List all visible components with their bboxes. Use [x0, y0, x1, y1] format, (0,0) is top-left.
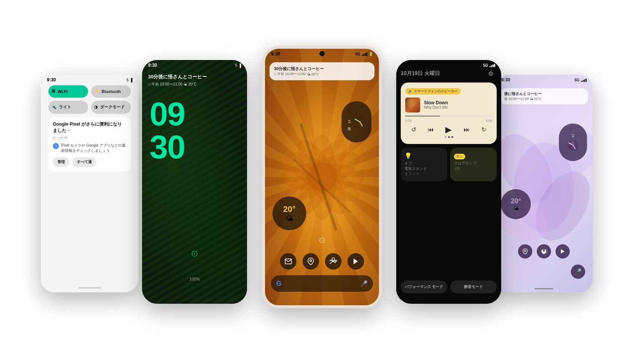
bar2: [363, 54, 364, 56]
right1-mic-btn[interactable]: 🎤: [571, 264, 585, 279]
bar4: [366, 52, 367, 56]
phone-left1: 9:30 5 ▐ ⌘ Wi-Fi › ⚡ Bluetooth 🔦: [41, 75, 138, 292]
dock-youtube[interactable]: [347, 253, 364, 270]
svg-point-15: [524, 250, 526, 252]
fingerprint-icon[interactable]: ⊙: [191, 248, 198, 259]
right1-youtube-icon: [560, 248, 566, 254]
center-search-bar[interactable]: G 🎤: [271, 275, 373, 292]
light2-status-badge: オン: [454, 154, 465, 159]
right1-notif-title: 後に悟さんとコーヒー: [504, 91, 584, 96]
phone-right2: 5G 10月19日 火曜日 ⚙ 🔊 スマートフォンのスピーカー: [396, 60, 501, 304]
rbar3: [493, 64, 494, 67]
darkmode-label: ダークモード: [100, 104, 125, 110]
light1-status: オフ: [404, 161, 443, 166]
home-indicator: [78, 287, 101, 288]
status-bar-right2: 5G: [396, 60, 501, 70]
play-btn[interactable]: ▶: [445, 125, 452, 135]
status-bar-right1: 9:30 5G: [495, 75, 593, 85]
dock-fan[interactable]: [325, 253, 341, 270]
speaker-label: スマートフォンのスピーカー: [414, 89, 458, 94]
floral-svg: [495, 75, 593, 292]
light-toggle[interactable]: 🔦 ライト: [48, 100, 88, 114]
artist-name: Why Don't We: [424, 105, 448, 110]
smart-home-row: 💡 オフ 電気スタンド オフィス オン フロアランプ 1階: [401, 148, 497, 181]
right1-fan-icon: [541, 248, 547, 254]
right1-fan[interactable]: [537, 244, 551, 258]
notif-desc: Pixel カメラや Google アプリなどの最新情報をチェックしましょう: [61, 143, 126, 153]
dot3: [451, 136, 453, 138]
all-btn[interactable]: すべて通: [72, 157, 96, 167]
signal-left2: 5 ▐: [235, 63, 241, 68]
right1-signal-area: 5G: [575, 78, 587, 82]
notification-block: Google Pixel がさらに便利になりました・ たった今 G Pixel …: [48, 117, 131, 171]
right1-youtube[interactable]: [556, 244, 570, 258]
right1-home-indicator: [535, 288, 553, 289]
right1-clock: 19 日火: [559, 123, 587, 161]
clock-digits: 0930: [150, 98, 185, 164]
r1bar4: [586, 78, 587, 82]
bar3: [365, 53, 366, 56]
maps-icon: [307, 258, 315, 265]
r1bar2: [583, 80, 584, 82]
speaker-icon: 🔊: [408, 89, 412, 93]
right1-notif: 後に悟さんとコーヒー 前 10:00〜11:00 🌤 20°C: [500, 88, 588, 104]
dot2: [448, 136, 450, 138]
youtube-icon: [352, 258, 359, 265]
center-notif-weather: 🌤 20°C: [307, 72, 319, 76]
lock-notif-title: 30分後に悟さんとコーヒー: [148, 74, 241, 80]
lock-notif: 30分後に悟さんとコーヒー □ 午前 10:00〜11:00 🌤 20°C: [148, 74, 241, 87]
center-weather-icon: 🌤: [286, 214, 293, 223]
music-text: Slow Down Why Don't We: [424, 100, 448, 110]
progress-fill: [405, 116, 440, 117]
silent-btn[interactable]: 静音モード: [450, 280, 497, 293]
center-notif-title: 30分後に悟さんとコーヒー: [274, 66, 370, 72]
right1-maps[interactable]: [518, 244, 532, 258]
wifi-icon: ⌘: [51, 89, 55, 94]
center-notif-sub: □ 午前 10:00〜11:00 🌤 20°C: [274, 72, 370, 76]
light-label: ライト: [59, 104, 71, 110]
dock-maps[interactable]: [303, 253, 319, 270]
pixel-icon: G: [53, 143, 59, 149]
album-art: [405, 98, 420, 112]
center-fingerprint[interactable]: ⊙: [319, 236, 325, 245]
prev-btn[interactable]: ⏮: [428, 126, 434, 133]
light2-name: フロアランプ: [454, 161, 493, 166]
light2-card[interactable]: オン フロアランプ 1階: [450, 148, 497, 181]
manage-btn[interactable]: 管理: [53, 157, 69, 167]
next-btn[interactable]: ⏭: [464, 126, 470, 133]
light1-card[interactable]: 💡 オフ 電気スタンド オフィス: [401, 148, 447, 181]
song-title: Slow Down: [424, 100, 448, 105]
wifi-toggle[interactable]: ⌘ Wi-Fi ›: [48, 85, 88, 98]
big-clock: 0930: [150, 98, 185, 164]
qs-row-1: ⌘ Wi-Fi › ⚡ Bluetooth: [48, 85, 131, 98]
status-bar-left2: 9:30 5 ▐: [142, 60, 247, 70]
bluetooth-toggle[interactable]: ⚡ Bluetooth: [91, 85, 131, 98]
bottom-buttons: パフォーマンス モード 静音モード: [401, 280, 497, 293]
phone-right1: 9:30 5G 後に悟さんとコーヒー 前 10:00〜11:00 🌤 20°C …: [495, 75, 593, 292]
bar1: [362, 55, 363, 56]
qs-row-2: 🔦 ライト ◑ ダークモード: [48, 100, 131, 114]
time-total: 3:08: [485, 119, 492, 123]
phone-center: 9:30 5G 🔋 30分後に悟さんとコーヒー □ 午前 10:00〜11:00…: [262, 46, 382, 308]
controls-row: ↺ ⏮ ▶ ⏭ ↻: [405, 125, 492, 135]
speed-btn[interactable]: ↻: [481, 126, 486, 133]
mic-icon[interactable]: 🎤: [360, 280, 368, 287]
progress-bar: [405, 116, 492, 117]
right1-dock: [518, 244, 570, 258]
light1-name: 電気スタンド: [404, 166, 443, 171]
mail-icon: [285, 258, 292, 265]
bluetooth-label: Bluetooth: [102, 89, 121, 94]
performance-btn[interactable]: パフォーマンス モード: [401, 280, 447, 293]
dock-mail[interactable]: [280, 253, 297, 270]
clock-inner: 19 日火: [347, 115, 367, 129]
time-elapsed: 2:20: [405, 119, 412, 123]
pagination-dots: [405, 136, 492, 138]
darkmode-toggle[interactable]: ◑ ダークモード: [91, 100, 131, 114]
replay-btn[interactable]: ↺: [411, 126, 416, 133]
r1bar1: [581, 81, 582, 82]
light1-room: オフィス: [404, 171, 443, 177]
right1-maps-icon: [522, 248, 528, 254]
center-dock: [280, 253, 364, 270]
right1-analog-clock: [568, 140, 579, 151]
darkmode-icon: ◑: [94, 105, 98, 110]
